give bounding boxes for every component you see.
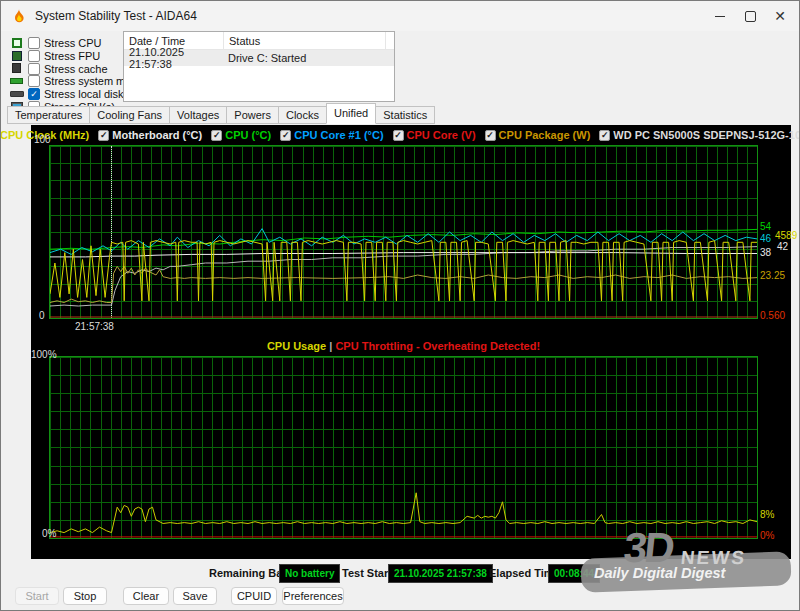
log-row[interactable]: 21.10.2025 21:57:38 Drive C: Started [124,50,394,66]
cpuid-button[interactable]: CPUID [231,587,277,605]
close-button[interactable]: ✕ [765,1,795,31]
tab-temperatures[interactable]: Temperatures [7,106,90,124]
memory-icon [9,76,24,87]
chart-value-label: 42 [777,242,788,252]
tab-unified[interactable]: Unified [326,103,376,124]
tab-voltages[interactable]: Voltages [169,106,227,124]
chart-value-label: 100% [31,350,57,360]
tab-statistics[interactable]: Statistics [375,106,435,124]
legend-cpu-package[interactable]: ✓CPU Package (W) [485,129,591,141]
test-started-value: 21.10.2025 21:57:38 [388,564,493,583]
app-window: System Stability Test - AIDA64 ✕ ✓ Stres… [0,0,800,611]
chart-value-label: 0.560 [760,311,785,321]
log-scrollbar[interactable] [386,32,394,49]
cache-icon [9,63,24,74]
elapsed-value: 00:08:44 [548,564,600,583]
window-title: System Stability Test - AIDA64 [35,9,197,23]
legend-cpu-core-volt[interactable]: ✓CPU Core (V) [393,129,476,141]
chart-value-label: 21:57:38 [75,322,114,332]
cpu-usage-title: CPU Usage [267,340,326,352]
chart-value-label: 38 [760,248,771,258]
chart-value-label: 0 [39,311,45,321]
stress-disks-label: Stress local disks [44,88,129,100]
stress-fpu-label: Stress FPU [44,50,100,62]
unified-chart-plot [49,145,758,319]
throttling-warning: CPU Throttling - Overheating Detected! [335,340,540,352]
stress-disks-checkbox[interactable]: ✓ [28,88,40,100]
tab-clocks[interactable]: Clocks [278,106,327,124]
chart-panel: ✓CPU Clock (MHz) ✓Motherboard (°C) ✓CPU … [31,125,791,559]
cpu-usage-plot [49,356,758,539]
aida64-flame-icon [11,8,27,24]
legend-cpu-core1[interactable]: ✓CPU Core #1 (°C) [280,129,383,141]
fpu-icon [9,50,24,61]
stress-cache-checkbox[interactable]: ✓ [28,63,40,75]
series-cpu-usage [50,493,757,533]
clear-button[interactable]: Clear [123,587,169,605]
tab-cooling-fans[interactable]: Cooling Fans [89,106,170,124]
log-row-status: Drive C: Started [223,52,394,64]
series-cpu-clock [50,241,757,301]
chart-value-label: 46 [760,234,771,244]
legend-wd-ssd[interactable]: ✓WD PC SN5000S SDEPNSJ-512G-1032 (°C) [599,129,800,141]
start-button[interactable]: Start [15,587,59,605]
chart-value-label: 54 [760,222,771,232]
series-cpu-temp [50,229,757,249]
chart-value-label: 4589 [775,231,797,241]
close-icon: ✕ [774,9,786,23]
unified-chart-series [50,146,757,318]
title-bar: System Stability Test - AIDA64 ✕ [1,1,799,31]
stress-fpu-checkbox[interactable]: ✓ [28,50,40,62]
stop-button[interactable]: Stop [63,587,107,605]
disk-icon [9,89,24,100]
chart-value-label: 23.25 [760,271,785,281]
tab-powers[interactable]: Powers [226,106,279,124]
stress-memory-checkbox[interactable]: ✓ [28,75,40,87]
log-header-status: Status [224,32,386,49]
chart-value-label: 100 [34,135,51,145]
legend-checkbox-icon: ✓ [485,130,496,141]
legend-checkbox-icon: ✓ [280,130,291,141]
stress-cpu-label: Stress CPU [44,37,101,49]
minimize-icon [715,16,725,17]
save-button[interactable]: Save [173,587,217,605]
series-cpu-core1-temp [50,229,757,255]
chart-value-label: 0% [760,531,774,541]
legend-checkbox-icon: ✓ [599,130,610,141]
tab-bar: Temperatures Cooling Fans Voltages Power… [7,107,434,124]
legend-checkbox-icon: ✓ [393,130,404,141]
legend-cpu-temp[interactable]: ✓CPU (°C) [211,129,271,141]
legend-motherboard[interactable]: ✓Motherboard (°C) [98,129,202,141]
legend-checkbox-icon: ✓ [211,130,222,141]
stress-cpu-checkbox[interactable]: ✓ [28,37,40,49]
cpu-usage-chart-title: CPU Usage | CPU Throttling - Overheating… [49,340,758,352]
maximize-button[interactable] [735,1,765,31]
legend-checkbox-icon: ✓ [98,130,109,141]
battery-value: No battery [279,564,340,583]
cpu-usage-series [50,357,757,538]
preferences-button[interactable]: Preferences [282,587,344,605]
stress-cache-label: Stress cache [44,63,108,75]
chart-value-label: 0% [42,529,56,539]
minimize-button[interactable] [705,1,735,31]
chart-value-label: 8% [760,510,774,520]
cpu-icon [9,37,24,48]
status-bar: Remaining Battery: No battery Test Start… [1,563,799,585]
chart-legend: ✓CPU Clock (MHz) ✓Motherboard (°C) ✓CPU … [31,129,791,141]
maximize-icon [745,11,756,22]
log-row-datetime: 21.10.2025 21:57:38 [124,46,223,70]
event-log-table: Date / Time Status 21.10.2025 21:57:38 D… [123,31,395,102]
